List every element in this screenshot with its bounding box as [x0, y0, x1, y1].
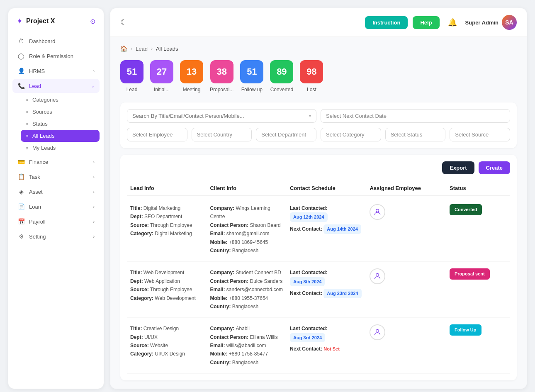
sidebar-item-categories[interactable]: Categories — [21, 94, 100, 106]
mobile-label: Mobile: — [210, 239, 229, 245]
breadcrumb-lead[interactable]: Lead — [136, 46, 148, 52]
stat-badge: 38 — [210, 60, 233, 83]
sidebar-item-label: Loan — [29, 204, 89, 210]
next-contact-date: Not Set — [323, 346, 340, 351]
email-label: Email: — [210, 343, 226, 348]
lead-info-cell: Title: Creative Design Dept: UI/UX Sourc… — [127, 324, 207, 358]
sidebar-item-label: Payroll — [29, 219, 89, 225]
sidebar-item-loan[interactable]: 📄 Loan › — [12, 200, 100, 214]
title-value: Digital Marketing — [143, 205, 180, 211]
sidebar-item-setting[interactable]: ⚙ Setting › — [12, 229, 100, 243]
instruction-button[interactable]: Instruction — [365, 16, 408, 29]
stat-card-proposal[interactable]: 38 Proposal... — [210, 60, 233, 93]
sidebar-item-payroll[interactable]: 📅 Payroll › — [12, 214, 100, 229]
mobile-value: +880 1955-37654 — [229, 295, 268, 301]
title-value: Creative Design — [143, 326, 179, 331]
title-label: Title: — [130, 270, 143, 275]
country-select[interactable]: Select Country — [192, 128, 252, 141]
sidebar-item-sources[interactable]: Sources — [21, 106, 100, 118]
sidebar-item-role-permission[interactable]: ◯ Role & Permission — [12, 49, 100, 63]
chevron-right-icon: › — [93, 234, 95, 239]
stat-label: Initial... — [154, 87, 170, 93]
last-contacted-date: Aug 3rd 2024 — [290, 333, 325, 343]
category-label: Category: — [130, 351, 155, 357]
col-assigned-employee: Assigned Employee — [366, 185, 446, 191]
svg-point-0 — [376, 209, 379, 212]
sidebar-settings-icon[interactable]: ⊙ — [90, 17, 95, 25]
search-box[interactable]: ▾ — [127, 109, 316, 123]
status-placeholder: Select Status — [391, 131, 423, 138]
employee-select[interactable]: Select Employee — [127, 128, 187, 141]
category-value: Digital Marketing — [155, 231, 192, 236]
last-contacted-date: Aug 8th 2024 — [290, 277, 325, 287]
chevron-right-icon: › — [93, 205, 95, 209]
sidebar-item-all-leads[interactable]: All Leads — [21, 130, 100, 142]
svg-point-1 — [376, 274, 379, 277]
stat-card-lead[interactable]: 51 Lead — [120, 60, 143, 93]
date-picker[interactable]: Select Next Contact Date — [321, 109, 510, 123]
dot-icon — [26, 147, 28, 149]
stat-card-initial[interactable]: 27 Initial... — [150, 60, 173, 93]
email-label: Email: — [210, 287, 226, 292]
category-label: Category: — [130, 231, 155, 236]
lead-submenu: Categories Sources Status All Leads My L… — [12, 94, 100, 154]
schedule-cell: Last Contacted: Aug 8th 2024 Next Contac… — [287, 268, 367, 298]
task-icon: 📋 — [17, 173, 25, 180]
export-button[interactable]: Export — [442, 161, 474, 174]
table-row: Title: Digital Marketing Dept: SEO Depar… — [127, 197, 510, 262]
email-value: sharon@gmail.com — [226, 231, 270, 236]
asset-icon: ◈ — [17, 188, 25, 195]
sidebar-item-status[interactable]: Status — [21, 118, 100, 130]
user-menu[interactable]: Super Admin SA — [465, 15, 517, 30]
search-input[interactable] — [132, 113, 309, 119]
status-cell: Proposal sent — [446, 268, 510, 280]
create-button[interactable]: Create — [479, 161, 510, 174]
notification-bell-icon[interactable]: 🔔 — [448, 18, 457, 27]
sidebar-item-my-leads[interactable]: My Leads — [21, 142, 100, 154]
stat-card-meeting[interactable]: 13 Meeting — [180, 60, 203, 93]
stats-row: 51 Lead 27 Initial... 13 Meeting 38 Prop… — [120, 60, 517, 93]
sidebar-item-label: Dashboard — [29, 38, 95, 44]
company-value: Student Connect BD — [236, 270, 281, 275]
stat-card-converted[interactable]: 89 Converted — [270, 60, 293, 93]
category-select[interactable]: Select Category — [321, 128, 381, 141]
sidebar-item-label: Sources — [32, 109, 52, 115]
category-value: Web Development — [155, 295, 196, 301]
sidebar-item-asset[interactable]: ◈ Asset › — [12, 185, 100, 199]
department-select[interactable]: Select Department — [256, 128, 316, 141]
category-label: Category: — [130, 295, 155, 301]
table-row: Title: Web Development Dept: Web Applica… — [127, 262, 510, 318]
date-placeholder: Select Next Contact Date — [326, 113, 387, 119]
status-badge: Converted — [450, 204, 482, 215]
source-select[interactable]: Select Source — [450, 128, 510, 141]
client-info-cell: Company: Student Connect BD Contact Pers… — [207, 268, 287, 311]
loan-icon: 📄 — [17, 203, 25, 210]
last-contacted-date: Aug 12th 2024 — [290, 212, 328, 222]
sidebar-item-lead[interactable]: 📞 Lead ⌄ — [12, 79, 100, 93]
source-value: Through Employee — [150, 287, 192, 292]
username-label: Super Admin — [465, 19, 499, 26]
stat-card-followup[interactable]: 51 Follow up — [240, 60, 263, 93]
sidebar-item-dashboard[interactable]: ⏱ Dashboard — [12, 34, 100, 48]
theme-toggle-icon[interactable]: ☾ — [120, 18, 127, 27]
payroll-icon: 📅 — [17, 218, 25, 225]
sidebar-item-task[interactable]: 📋 Task › — [12, 170, 100, 184]
status-badge: Follow Up — [450, 324, 482, 336]
sidebar-item-label: Finance — [29, 159, 89, 165]
sidebar-item-label: Task — [29, 174, 89, 180]
sidebar-item-finance[interactable]: 💳 Finance › — [12, 155, 100, 169]
assigned-employee-cell — [366, 268, 446, 284]
schedule-cell: Last Contacted: Aug 12th 2024 Next Conta… — [287, 204, 367, 234]
assigned-employee-cell — [366, 324, 446, 340]
assigned-avatar — [370, 268, 385, 284]
next-contact-date: Aug 23rd 2024 — [323, 289, 361, 298]
stat-card-lost[interactable]: 98 Lost — [300, 60, 323, 93]
col-contact-schedule: Contact Schedule — [287, 185, 367, 191]
sidebar-item-hrms[interactable]: 👤 HRMS › — [12, 64, 100, 78]
next-contact-label: Next Contact: — [290, 346, 323, 352]
contact-person-value: Elliana Willis — [250, 334, 278, 340]
chevron-right-icon: › — [93, 219, 95, 224]
status-select[interactable]: Select Status — [385, 128, 446, 141]
breadcrumb-home-icon[interactable]: 🏠 — [120, 45, 127, 52]
help-button[interactable]: Help — [413, 16, 439, 29]
